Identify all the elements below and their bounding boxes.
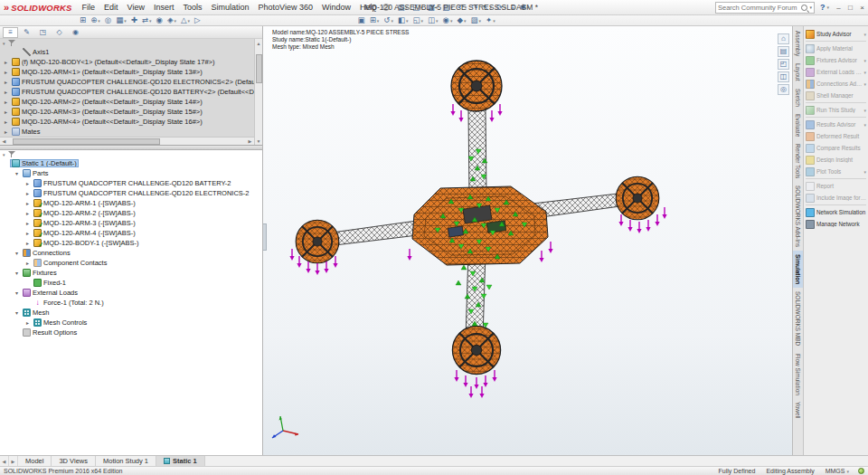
reference-geometry-button[interactable]: △ ▾ (179, 15, 192, 25)
run-this-study-button[interactable]: Run This Study ▾ (804, 104, 868, 116)
expand-arrow-icon[interactable]: ▸ (24, 220, 32, 226)
battery-module[interactable] (486, 221, 505, 233)
plot-tools-button[interactable]: Plot Tools ▾ (804, 166, 868, 177)
menu-item[interactable]: File (78, 1, 100, 14)
motor-pod-bottom[interactable] (452, 326, 500, 374)
search-input[interactable] (718, 4, 801, 12)
dropdown-caret-icon[interactable]: ▾ (846, 469, 849, 474)
center-body-mesh[interactable] (412, 186, 548, 265)
expand-arrow-icon[interactable]: ▸ (24, 180, 32, 186)
graphics-area[interactable]: Model name:MQ-120 ASSEMBLY-5 PIECE STRES… (263, 26, 792, 455)
expand-arrow-icon[interactable]: ▸ (24, 230, 32, 236)
expand-arrow-icon[interactable]: ▸ (24, 200, 32, 206)
menu-item[interactable]: Simulation (207, 1, 254, 14)
tree-item[interactable]: Result Options (0, 328, 262, 337)
tree-item[interactable]: ▸ FRUSTUM QUADCOPTER CHALLENGE-QD120 ELE… (0, 188, 262, 198)
dropdown-caret-icon[interactable]: ▾ (174, 18, 176, 24)
menu-item[interactable]: Window (317, 1, 355, 14)
flyout-caret-icon[interactable]: ▾ (863, 122, 866, 128)
tree-item[interactable]: ▸ FRUSTUM QUADCOPTER CHALLENGE-QD120 ELE… (0, 77, 254, 87)
scroll-right-icon[interactable]: ▶ (246, 138, 254, 146)
manage-network-button[interactable]: Manage Network (804, 218, 868, 230)
pane-collapse-handle[interactable] (263, 223, 267, 251)
flyout-caret-icon[interactable]: ▾ (863, 81, 866, 87)
edit-component-button[interactable]: ⊞ (78, 15, 88, 25)
dimxpertmanager-tab[interactable]: ◇ (52, 27, 67, 38)
tree-item[interactable]: ▸ FRUSTUM QUADCOPTER CHALLENGE-QD120 BAT… (0, 87, 254, 97)
hide-show-items-button[interactable]: ◉ ▾ (441, 15, 455, 25)
tree-item[interactable]: Fixed-1 (0, 278, 262, 288)
quadcopter-mesh-model[interactable] (289, 61, 666, 398)
expand-arrow-icon[interactable]: ▸ (2, 59, 10, 65)
task-pane-view-palette[interactable]: ◫ (778, 71, 789, 82)
menu-item[interactable]: PhotoView 360 (254, 1, 317, 14)
expand-arrow-icon[interactable]: ▸ (2, 69, 10, 75)
fixtures-advisor-button[interactable]: Fixtures Advisor ▾ (804, 54, 868, 66)
expand-arrow-icon[interactable]: ▾ (13, 170, 21, 176)
menu-item[interactable]: View (123, 1, 149, 14)
menu-item[interactable]: Tools (178, 1, 206, 14)
dropdown-caret-icon[interactable]: ▾ (420, 18, 423, 24)
flyout-caret-icon[interactable]: ▾ (3, 152, 5, 157)
filter-funnel-icon[interactable] (8, 151, 15, 158)
tab-scroll-right-icon[interactable]: ▶ (9, 456, 18, 466)
results-advisor-button[interactable]: Results Advisor ▾ (804, 119, 868, 130)
component-pattern-button[interactable]: ▦ ▾ (114, 15, 128, 25)
flyout-caret-icon[interactable]: ▾ (3, 41, 5, 46)
compare-results-button[interactable]: Compare Results (804, 142, 868, 154)
search-scope-caret-icon[interactable]: ▾ (809, 5, 812, 10)
menu-item[interactable]: Insert (149, 1, 179, 14)
previous-view-button[interactable]: ↺ ▾ (382, 15, 395, 25)
quick-tips-icon[interactable] (858, 468, 864, 474)
tab-assembly[interactable]: Assembly (793, 27, 803, 60)
horizontal-scrollbar[interactable]: ◀ ▶ (0, 137, 254, 145)
featuremanager-tab[interactable]: ≡ (3, 27, 18, 38)
report-button[interactable]: Report (804, 180, 868, 192)
tab-solidworks-mbd[interactable]: SOLIDWORKS MBD (793, 288, 803, 349)
task-pane-appearances[interactable]: ◎ (778, 84, 789, 95)
tree-item[interactable]: ▾ Mesh (0, 308, 262, 318)
scrollbar-thumb[interactable] (256, 54, 262, 83)
search-icon[interactable] (801, 5, 807, 11)
expand-arrow-icon[interactable]: ▸ (2, 109, 10, 115)
dropdown-caret-icon[interactable]: ▾ (406, 18, 409, 24)
task-pane-design-library[interactable]: ▤ (778, 46, 789, 57)
displaymanager-tab[interactable]: ◉ (68, 27, 83, 38)
flyout-caret-icon[interactable]: ▾ (863, 108, 866, 113)
tab-simulation[interactable]: Simulation (793, 251, 803, 288)
expand-arrow-icon[interactable]: ▸ (2, 79, 10, 85)
apply-scene-button[interactable]: ▨ ▾ (469, 15, 484, 25)
smart-fasteners-button[interactable]: ✚ (129, 15, 139, 25)
tab-evaluate[interactable]: Evaluate (793, 110, 803, 140)
scroll-up-icon[interactable]: ▲ (255, 39, 263, 47)
show-hidden-components-button[interactable]: ◉ (155, 15, 165, 25)
external-loads-advisor-button[interactable]: External Loads Ad... ▾ (804, 66, 868, 78)
help-button[interactable]: ? (820, 3, 826, 12)
units-selector[interactable]: MMGS ▾ (826, 468, 849, 474)
tab-layout[interactable]: Layout (793, 60, 803, 85)
dropdown-caret-icon[interactable]: ▾ (149, 18, 152, 24)
expand-arrow-icon[interactable]: ▸ (24, 240, 32, 246)
expand-arrow-icon[interactable]: ▸ (24, 190, 32, 196)
dropdown-caret-icon[interactable]: ▾ (450, 18, 453, 24)
section-view-button[interactable]: ◧ ▾ (396, 15, 410, 25)
tab-scroll-left-icon[interactable]: ◀ (0, 456, 9, 466)
design-insight-button[interactable]: Design Insight (804, 154, 868, 166)
expand-arrow-icon[interactable]: ▾ (13, 290, 21, 296)
display-style-button[interactable]: ◫ ▾ (426, 15, 440, 25)
tree-item[interactable]: ▸ FRUSTUM QUADCOPTER CHALLENGE-QD120 BAT… (0, 178, 262, 188)
motor-pod-right[interactable] (616, 176, 659, 220)
include-image-button[interactable]: Include Image for Re... (804, 192, 868, 204)
tab-flow-simulation[interactable]: Flow Simulation (793, 350, 803, 399)
expand-arrow-icon[interactable]: ▾ (13, 250, 21, 256)
menu-item[interactable]: Edit (99, 1, 123, 14)
move-component-button[interactable]: ⇄ ▾ (140, 15, 154, 25)
tree-item[interactable]: ▸ Mesh Controls (0, 318, 262, 328)
tree-item[interactable]: ▸ MQD-120-ARM<2> (Default<<Default>_Disp… (0, 97, 254, 107)
tab-yowell[interactable]: Yowell (793, 398, 803, 423)
expand-arrow-icon[interactable]: ▸ (2, 99, 10, 105)
expand-arrow-icon[interactable]: ▾ (13, 309, 21, 316)
tab-3d-views[interactable]: 3D Views (52, 456, 96, 466)
expand-arrow-icon[interactable]: ▸ (24, 319, 32, 326)
tree-item[interactable]: ▸ MQD-120-ARM<3> (Default<<Default>_Disp… (0, 107, 254, 117)
